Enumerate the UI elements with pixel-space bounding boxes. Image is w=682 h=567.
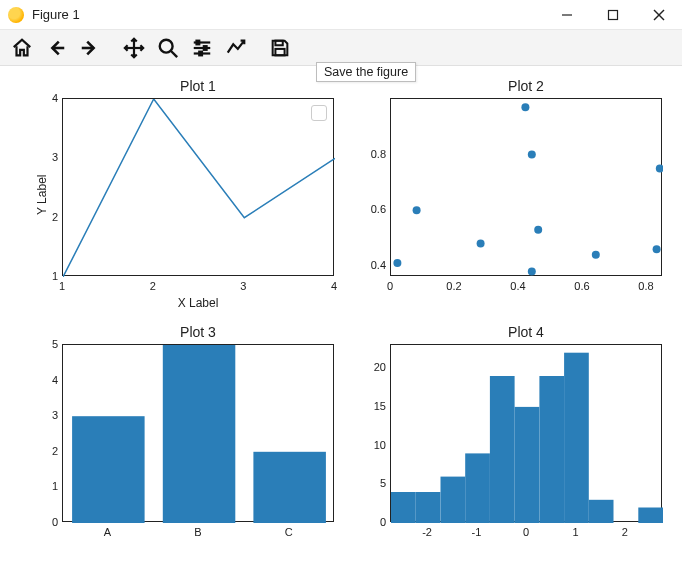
tick: 5: [44, 338, 58, 350]
tick: 0.4: [364, 259, 386, 271]
tick: 0.6: [364, 203, 386, 215]
tooltip: Save the figure: [316, 62, 416, 82]
plot2-svg: [391, 99, 663, 277]
tick: 1: [59, 280, 65, 292]
plot1-xlabel: X Label: [62, 296, 334, 310]
close-button[interactable]: [636, 0, 682, 29]
tick: 3: [44, 409, 58, 421]
tick: 0.8: [364, 148, 386, 160]
tick: 0: [44, 516, 58, 528]
svg-rect-16: [275, 40, 282, 45]
svg-rect-13: [197, 40, 200, 44]
plot3-title: Plot 3: [62, 324, 334, 340]
tick: 0: [368, 516, 386, 528]
svg-point-18: [393, 259, 401, 267]
save-icon[interactable]: [264, 33, 296, 63]
tick: 1: [44, 270, 58, 282]
edit-icon[interactable]: [220, 33, 252, 63]
svg-rect-39: [589, 500, 614, 523]
svg-rect-31: [391, 492, 416, 523]
svg-rect-15: [199, 51, 202, 55]
svg-line-9: [171, 50, 177, 56]
tick: 4: [44, 374, 58, 386]
figure-canvas[interactable]: Plot 1 Y Label 1 2 3 4 1 2 3 4 X Label P…: [0, 66, 682, 567]
tick: 1: [572, 526, 578, 538]
svg-point-25: [592, 251, 600, 259]
tick: -1: [472, 526, 482, 538]
svg-rect-37: [539, 376, 564, 523]
configure-icon[interactable]: [186, 33, 218, 63]
plot1-ylabel: Y Label: [35, 155, 49, 215]
svg-rect-29: [163, 345, 236, 523]
figure-window: Figure 1: [0, 0, 682, 567]
plot1-title: Plot 1: [62, 78, 334, 94]
svg-point-21: [521, 103, 529, 111]
svg-point-22: [528, 267, 536, 275]
plot2-title: Plot 2: [390, 78, 662, 94]
svg-rect-36: [515, 407, 540, 523]
minimize-button[interactable]: [544, 0, 590, 29]
pan-icon[interactable]: [118, 33, 150, 63]
tick: 1: [44, 480, 58, 492]
tick: 3: [44, 151, 58, 163]
tick: 15: [368, 400, 386, 412]
app-icon: [8, 7, 24, 23]
svg-rect-17: [275, 48, 284, 54]
tick: 0.2: [446, 280, 461, 292]
svg-rect-30: [253, 452, 326, 523]
svg-rect-38: [564, 353, 589, 523]
plot1-legend-box: [311, 105, 327, 121]
svg-rect-33: [441, 477, 466, 523]
plot3-axes: [62, 344, 334, 522]
plot3-svg: [63, 345, 335, 523]
window-buttons: [544, 0, 682, 29]
plot4-svg: [391, 345, 663, 523]
svg-point-23: [528, 151, 536, 159]
tick: 2: [150, 280, 156, 292]
svg-point-8: [160, 39, 173, 52]
plot4-title: Plot 4: [390, 324, 662, 340]
svg-point-26: [653, 245, 661, 253]
svg-rect-32: [416, 492, 441, 523]
tick: 4: [44, 92, 58, 104]
tick: A: [104, 526, 111, 538]
svg-rect-28: [72, 416, 145, 523]
tick: 20: [368, 361, 386, 373]
svg-point-20: [477, 240, 485, 248]
tick: B: [194, 526, 201, 538]
svg-rect-1: [609, 10, 618, 19]
svg-rect-40: [638, 508, 663, 524]
svg-rect-34: [465, 453, 490, 523]
home-icon[interactable]: [6, 33, 38, 63]
subplot-1: Plot 1 Y Label 1 2 3 4 1 2 3 4 X Label: [62, 98, 334, 276]
maximize-button[interactable]: [590, 0, 636, 29]
svg-point-24: [534, 226, 542, 234]
tick: 5: [368, 477, 386, 489]
back-icon[interactable]: [40, 33, 72, 63]
tick: -2: [422, 526, 432, 538]
tick: 2: [622, 526, 628, 538]
plot4-axes: [390, 344, 662, 522]
plot1-svg: [63, 99, 335, 277]
tick: 4: [331, 280, 337, 292]
window-title: Figure 1: [32, 7, 544, 22]
zoom-icon[interactable]: [152, 33, 184, 63]
tick: 2: [44, 445, 58, 457]
tick: 0.4: [510, 280, 525, 292]
tick: 0: [523, 526, 529, 538]
svg-point-19: [413, 206, 421, 214]
subplot-4: Plot 4 0 5 10 15 20 -2: [390, 344, 662, 522]
titlebar: Figure 1: [0, 0, 682, 30]
plot1-axes: [62, 98, 334, 276]
toolbar: Save the figure: [0, 30, 682, 66]
tick: 0.8: [638, 280, 653, 292]
tick: 0.6: [574, 280, 589, 292]
svg-rect-35: [490, 376, 515, 523]
forward-icon[interactable]: [74, 33, 106, 63]
svg-point-27: [656, 165, 663, 173]
subplot-2: Plot 2 0.4 0.6 0.8 0 0.2: [390, 98, 662, 276]
tick: 10: [368, 439, 386, 451]
plot2-axes: [390, 98, 662, 276]
tick: 2: [44, 211, 58, 223]
tick: 0: [387, 280, 393, 292]
